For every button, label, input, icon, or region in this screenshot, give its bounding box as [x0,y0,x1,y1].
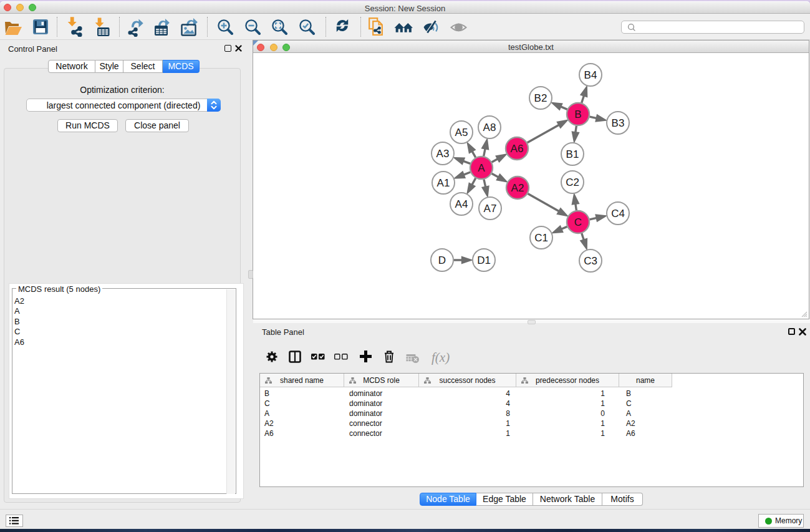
svg-text:A3: A3 [436,148,450,160]
svg-text:B2: B2 [534,92,547,104]
svg-text:C4: C4 [611,208,625,220]
svg-text:C3: C3 [584,255,597,267]
svg-text:A4: A4 [455,198,468,210]
svg-text:A: A [478,162,485,174]
svg-text:B3: B3 [612,117,625,129]
svg-text:C1: C1 [534,232,548,244]
svg-text:B: B [574,109,581,120]
svg-text:A8: A8 [483,122,496,133]
svg-text:C: C [574,216,582,228]
svg-text:C2: C2 [566,177,579,188]
svg-text:A1: A1 [437,177,450,189]
svg-text:A2: A2 [511,182,524,194]
svg-text:A6: A6 [511,143,524,155]
svg-text:D1: D1 [477,254,491,266]
svg-text:B1: B1 [566,148,579,160]
svg-text:D: D [438,254,446,266]
svg-text:A7: A7 [484,203,497,215]
svg-text:B4: B4 [584,69,597,81]
svg-text:A5: A5 [455,127,468,138]
